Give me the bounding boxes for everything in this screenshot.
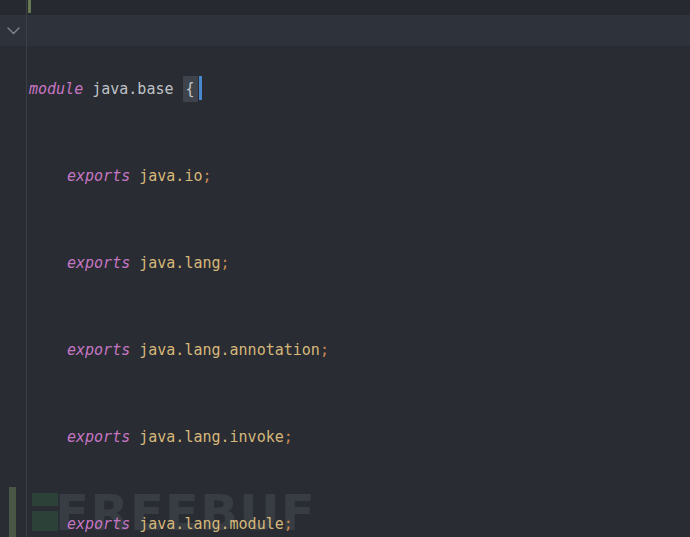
keyword-exports: exports <box>67 341 130 359</box>
gutter-separator <box>26 0 27 537</box>
module-name: java.base <box>92 80 173 98</box>
keyword-module: module <box>29 80 83 98</box>
text-caret <box>199 76 202 100</box>
code-editor[interactable]: FREEBUF module java.base { exports java.… <box>0 0 690 537</box>
semicolon: ; <box>284 515 293 533</box>
package-name: java.lang <box>139 254 220 272</box>
semicolon: ; <box>284 428 293 446</box>
vcs-change-marker <box>28 0 31 13</box>
code-line-export: exports java.lang; <box>0 249 690 278</box>
fold-chevron-down-icon[interactable] <box>6 26 21 36</box>
code-line-export: exports java.lang.invoke; <box>0 423 690 452</box>
package-name: java.lang.invoke <box>139 428 284 446</box>
code-line-export: exports java.lang.annotation; <box>0 336 690 365</box>
code-line-export: exports java.lang.module; <box>0 510 690 537</box>
code-line-export: exports java.io; <box>0 162 690 191</box>
package-name: java.lang.annotation <box>139 341 320 359</box>
semicolon: ; <box>320 341 329 359</box>
open-brace-highlighted: { <box>183 76 198 102</box>
previous-line-partial <box>0 0 690 15</box>
keyword-exports: exports <box>67 254 130 272</box>
package-name: java.lang.module <box>139 515 284 533</box>
keyword-exports: exports <box>67 167 130 185</box>
keyword-exports: exports <box>67 515 130 533</box>
code-line-module: module java.base { <box>0 75 690 104</box>
keyword-exports: exports <box>67 428 130 446</box>
semicolon: ; <box>221 254 230 272</box>
package-name: java.io <box>139 167 202 185</box>
code-area[interactable]: module java.base { exports java.io; expo… <box>0 17 690 537</box>
semicolon: ; <box>202 167 211 185</box>
